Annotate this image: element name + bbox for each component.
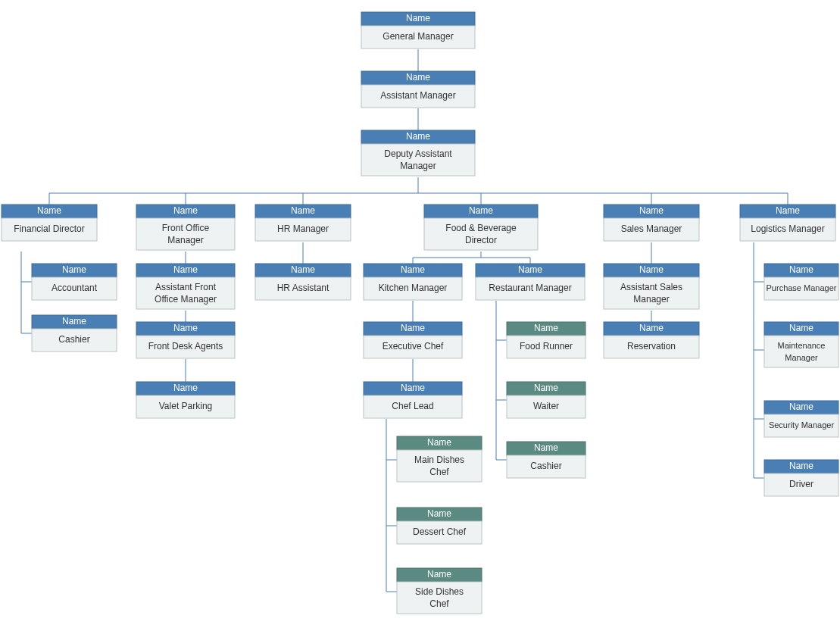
svg-text:Name: Name (291, 264, 315, 275)
node-cashier-restaurant: Name Cashier (507, 442, 586, 478)
svg-text:Manager: Manager (785, 353, 818, 362)
svg-text:Name: Name (173, 205, 198, 216)
svg-text:Food Runner: Food Runner (520, 341, 573, 351)
svg-text:Office Manager: Office Manager (155, 294, 217, 305)
svg-text:HR Assistant: HR Assistant (277, 283, 329, 293)
svg-text:Name: Name (639, 323, 664, 333)
node-purchase-manager: Name Purchase Manager (764, 264, 838, 300)
svg-text:Front Office: Front Office (162, 223, 210, 233)
svg-text:Name: Name (401, 323, 425, 333)
svg-text:Chef Lead: Chef Lead (392, 401, 433, 411)
svg-text:Name: Name (427, 569, 451, 580)
node-main-dishes-chef: Name Main Dishes Chef (397, 436, 482, 482)
svg-text:Name: Name (291, 205, 315, 216)
svg-text:Kitchen Manager: Kitchen Manager (379, 283, 448, 293)
svg-text:Name: Name (173, 383, 198, 393)
svg-text:Name: Name (37, 205, 61, 216)
node-fb-director: Name Food & Beverage Director (424, 205, 538, 250)
svg-text:Manager: Manager (400, 161, 436, 171)
node-accountant: Name Accountant (32, 264, 117, 300)
svg-text:Name: Name (427, 508, 451, 519)
svg-text:Side Dishes: Side Dishes (415, 586, 464, 597)
node-valet-parking: Name Valet Parking (136, 382, 235, 418)
svg-text:Chef: Chef (429, 467, 449, 477)
node-desk-agents: Name Front Desk Agents (136, 322, 235, 358)
svg-text:Cashier: Cashier (58, 334, 89, 345)
svg-text:Maintenance: Maintenance (778, 341, 826, 350)
node-chef-lead: Name Chef Lead (364, 382, 462, 418)
svg-text:Chef: Chef (429, 598, 449, 609)
svg-text:Purchase Manager: Purchase Manager (767, 283, 837, 292)
svg-text:Restaurant Manager: Restaurant Manager (489, 283, 571, 293)
org-chart: Name General Manager Name Assistant Mana… (0, 0, 840, 628)
node-maintenance-manager: Name Maintenance Manager (764, 322, 838, 367)
node-deputy-assistant-manager: Name Deputy Assistant Manager (361, 130, 475, 176)
svg-text:Logistics Manager: Logistics Manager (751, 223, 824, 234)
svg-text:Name: Name (406, 131, 430, 142)
svg-text:Reservation: Reservation (627, 341, 676, 351)
svg-text:Name: Name (789, 323, 813, 333)
svg-text:Name: Name (789, 401, 813, 412)
node-waiter: Name Waiter (507, 382, 586, 418)
svg-text:Name: Name (173, 264, 198, 275)
svg-text:Cashier: Cashier (530, 461, 561, 471)
svg-text:Deputy Assistant: Deputy Assistant (384, 148, 452, 159)
svg-text:Director: Director (465, 235, 497, 245)
node-cashier-finance: Name Cashier (32, 315, 117, 351)
svg-text:Executive Chef: Executive Chef (383, 341, 444, 351)
node-hr-assistant: Name HR Assistant (255, 264, 351, 300)
svg-text:Assistant Sales: Assistant Sales (620, 282, 682, 292)
svg-text:Name: Name (534, 383, 558, 393)
title-label: General Manager (383, 31, 453, 42)
node-sales-manager: Name Sales Manager (604, 205, 699, 241)
header-label: Name (406, 13, 430, 23)
node-hr-manager: Name HR Manager (255, 205, 351, 241)
svg-text:Assistant Manager: Assistant Manager (380, 90, 455, 101)
node-security-manager: Name Security Manager (764, 401, 838, 437)
svg-text:Name: Name (401, 383, 425, 393)
svg-text:Name: Name (62, 264, 86, 275)
svg-text:Name: Name (789, 264, 813, 275)
svg-text:Name: Name (173, 323, 198, 333)
svg-text:Main Dishes: Main Dishes (414, 455, 464, 465)
node-logistics-manager: Name Logistics Manager (740, 205, 835, 241)
svg-text:Food & Beverage: Food & Beverage (445, 223, 517, 233)
svg-text:Dessert Chef: Dessert Chef (413, 526, 467, 537)
svg-text:Name: Name (534, 442, 558, 453)
svg-text:Manager: Manager (167, 235, 203, 245)
svg-text:Name: Name (62, 316, 86, 326)
svg-text:Security Manager: Security Manager (769, 420, 835, 430)
node-reservation: Name Reservation (604, 322, 699, 358)
svg-text:Name: Name (776, 205, 800, 216)
svg-text:Name: Name (406, 72, 430, 83)
svg-text:Financial Director: Financial Director (14, 223, 84, 234)
svg-text:Name: Name (534, 323, 558, 333)
svg-text:Name: Name (518, 264, 542, 275)
svg-text:Valet Parking: Valet Parking (159, 401, 212, 411)
node-kitchen-manager: Name Kitchen Manager (364, 264, 462, 300)
svg-text:Waiter: Waiter (533, 401, 559, 411)
svg-text:Front Desk Agents: Front Desk Agents (148, 341, 223, 351)
node-afo-manager: Name Assistant Front Office Manager (136, 264, 235, 309)
node-food-runner: Name Food Runner (507, 322, 586, 358)
node-front-office-manager: Name Front Office Manager (136, 205, 235, 250)
svg-text:Name: Name (639, 264, 664, 275)
svg-text:Sales Manager: Sales Manager (621, 223, 682, 234)
svg-text:Assistant Front: Assistant Front (155, 282, 217, 292)
svg-text:Name: Name (401, 264, 425, 275)
node-financial-director: Name Financial Director (2, 205, 97, 241)
svg-text:Name: Name (427, 437, 451, 448)
svg-text:Name: Name (639, 205, 664, 216)
svg-text:Name: Name (469, 205, 493, 216)
svg-text:Driver: Driver (789, 479, 813, 489)
node-driver: Name Driver (764, 460, 838, 496)
node-dessert-chef: Name Dessert Chef (397, 508, 482, 544)
node-assistant-manager: Name Assistant Manager (361, 71, 475, 108)
svg-text:Accountant: Accountant (52, 283, 98, 293)
svg-text:Manager: Manager (633, 294, 669, 305)
node-side-dishes-chef: Name Side Dishes Chef (397, 568, 482, 614)
svg-text:Name: Name (789, 461, 813, 471)
node-assistant-sales-manager: Name Assistant Sales Manager (604, 264, 699, 309)
node-general-manager: Name General Manager (361, 12, 475, 48)
svg-text:HR Manager: HR Manager (277, 223, 329, 234)
